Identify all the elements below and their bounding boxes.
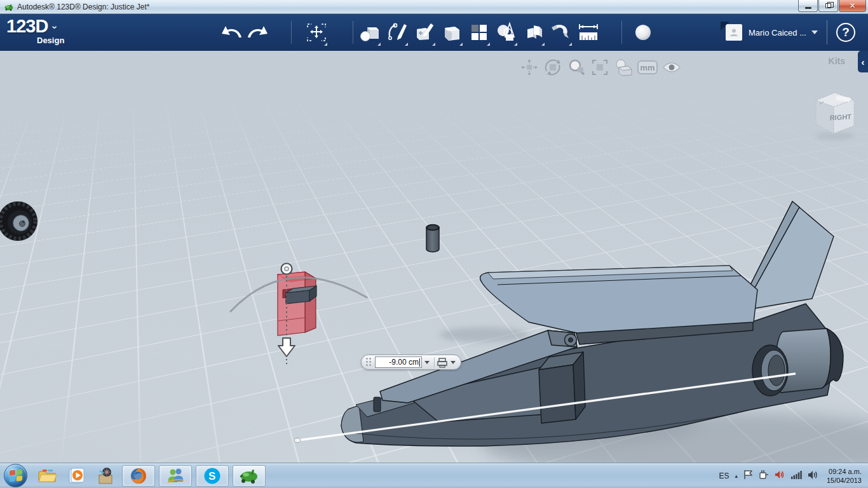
measurement-input[interactable]: -9.00 cm [375,356,422,368]
display-icon [614,58,633,76]
snap-tool[interactable] [548,18,574,47]
task-messenger[interactable] [159,465,192,487]
text-caret [419,358,420,367]
help-button[interactable]: ? [836,23,855,42]
material-icon [634,23,653,42]
box-wheel-icon [96,467,115,485]
start-button[interactable] [4,464,27,487]
pattern-icon [468,22,490,43]
task-media-player[interactable] [64,465,89,487]
logo-text: 123D [6,16,48,36]
main-toolbar: 123D⌄ Design [0,14,868,51]
primitives-icon [359,22,381,43]
construct-tool[interactable] [412,18,437,47]
app-icon [4,3,13,11]
transform-icon [306,22,327,43]
transform-tool[interactable] [304,18,329,47]
app-123d-icon [239,468,259,484]
redo-icon [247,25,268,40]
network-icon[interactable] [790,470,802,482]
combine-tool[interactable] [494,18,519,47]
language-indicator[interactable]: ES [719,471,729,480]
undo-icon [221,25,243,40]
system-tray: ES ▴ 09:24 a.m. [719,463,868,488]
person-icon [729,27,739,37]
volume-icon[interactable] [808,470,818,482]
grouping-icon [523,22,545,43]
cylinder-model[interactable] [426,225,439,252]
eye-icon [662,61,681,74]
title-bar: Autodesk® 123D® Design: Justice Jet* ✕ [0,0,868,14]
taskbar: S ES ▴ [0,463,868,488]
measurement-caret-icon[interactable] [424,361,430,364]
undo-button[interactable] [219,18,245,47]
minimize-button[interactable] [798,0,818,12]
clock[interactable]: 09:24 a.m. 15/04/2013 [827,467,862,485]
task-explorer[interactable] [34,465,60,487]
jet-model[interactable] [341,201,843,446]
volume-app-icon[interactable] [775,470,785,482]
logo-chevron-icon: ⌄ [50,20,58,30]
media-player-icon [67,468,85,484]
messenger-icon [166,467,185,485]
display-settings-button[interactable] [614,58,633,76]
sketch-tool[interactable] [384,18,410,47]
measure-tool[interactable] [576,18,601,47]
construct-icon [414,22,435,43]
user-caret-icon[interactable] [811,30,818,34]
task-box-app[interactable] [93,465,118,487]
close-button[interactable]: ✕ [839,0,866,12]
app-logo-menu[interactable]: 123D⌄ Design [6,16,58,37]
pattern-tool[interactable] [466,18,492,47]
redo-button[interactable] [245,18,270,47]
kits-collapse-button[interactable]: ‹ [858,51,868,72]
sketch-icon [386,22,408,43]
snap-settings-icon [437,357,448,368]
modify-icon [441,22,463,43]
explorer-folder-icon [37,468,57,484]
red-box-selection[interactable] [278,272,316,336]
screen: Autodesk® 123D® Design: Justice Jet* ✕ 1… [0,0,868,488]
material-tool[interactable] [630,18,656,47]
clock-date: 15/04/2013 [827,477,862,484]
orbit-button[interactable] [543,58,562,76]
wheel-model[interactable] [0,201,37,241]
snap-caret-icon[interactable] [451,361,456,364]
snap-settings-button[interactable] [437,357,448,368]
zoom-button[interactable] [567,58,586,76]
task-skype[interactable]: S [196,465,229,487]
orbit-icon [544,58,562,76]
view-cube-face-label: RIGHT [830,112,852,121]
task-firefox[interactable] [122,465,155,487]
user-avatar[interactable] [726,24,742,41]
task-123d-design[interactable] [233,465,266,487]
fit-button[interactable] [590,58,609,76]
svg-text:S: S [208,470,215,482]
measurement-toolbar[interactable]: -9.00 cm [361,355,461,370]
scene-canvas [0,51,868,463]
snap-icon [550,22,572,43]
view-cube[interactable]: RIGHT [811,88,860,142]
drag-handle-icon[interactable] [365,357,372,367]
action-center-icon[interactable] [743,470,753,482]
fit-icon [591,58,609,76]
view-navbar: mm [520,58,681,76]
window-title: Autodesk® 123D® Design: Justice Jet* [17,3,149,11]
primitives-tool[interactable] [357,18,383,47]
modify-tool[interactable] [439,18,465,47]
pan-button[interactable] [520,58,539,76]
kits-label[interactable]: Kits [829,56,845,66]
units-button[interactable]: mm [637,60,658,74]
hidden-icons-button[interactable]: ▴ [735,473,738,479]
user-name[interactable]: Mario Caiced ... [749,28,806,37]
firefox-icon [129,466,148,485]
device-icon[interactable] [759,470,769,482]
visibility-button[interactable] [662,58,681,76]
viewport[interactable]: mm Kits ‹ RIGHT [0,51,868,463]
restore-button[interactable] [818,0,838,12]
grouping-tool[interactable] [521,18,546,47]
combine-icon [496,22,517,43]
measure-icon [577,22,600,43]
skype-icon: S [203,466,222,485]
logo-subtext: Design [37,36,64,45]
